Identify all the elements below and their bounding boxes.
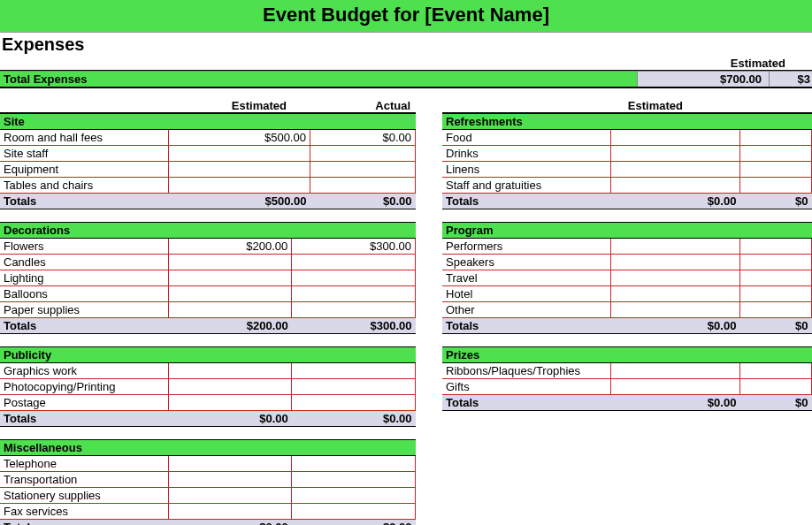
- row-actual[interactable]: [739, 239, 811, 255]
- totals-label: Totals: [0, 318, 168, 334]
- row-actual[interactable]: [292, 456, 416, 472]
- row-estimated[interactable]: [168, 363, 292, 379]
- row-label: Food: [442, 130, 610, 146]
- row-estimated[interactable]: [610, 270, 739, 286]
- row-estimated[interactable]: [168, 379, 292, 395]
- row-actual[interactable]: [292, 270, 416, 286]
- total-expenses-row: Total Expenses $700.00 $3: [0, 71, 812, 88]
- row-actual[interactable]: [292, 379, 416, 395]
- row-estimated[interactable]: [168, 488, 292, 504]
- row-estimated[interactable]: [610, 239, 739, 255]
- row-estimated[interactable]: $500.00: [168, 130, 310, 146]
- row-actual[interactable]: [310, 146, 415, 162]
- row-actual[interactable]: [292, 472, 416, 488]
- row-estimated[interactable]: [168, 456, 292, 472]
- row-estimated[interactable]: [168, 255, 292, 270]
- totals-actual: $0: [739, 194, 811, 209]
- row-actual[interactable]: [292, 286, 416, 302]
- row-label: Other: [442, 302, 610, 318]
- row-actual[interactable]: [739, 162, 811, 178]
- row-actual[interactable]: [739, 286, 811, 302]
- row-estimated[interactable]: [610, 255, 739, 270]
- category-name: Refreshments: [442, 114, 610, 130]
- totals-estimated: $0.00: [610, 395, 739, 411]
- row-label: Postage: [0, 395, 168, 411]
- table-row: Graphics work: [0, 363, 416, 379]
- row-actual[interactable]: [310, 178, 415, 194]
- row-estimated[interactable]: [610, 130, 739, 146]
- row-actual[interactable]: [292, 395, 416, 411]
- totals-actual: $0: [739, 395, 811, 411]
- totals-row: Totals$0.00$0: [442, 318, 812, 334]
- section-heading: Expenses: [0, 33, 812, 57]
- row-actual[interactable]: [739, 270, 811, 286]
- totals-label: Totals: [442, 194, 610, 209]
- totals-actual: $0.00: [292, 411, 416, 427]
- row-actual[interactable]: $0.00: [310, 130, 415, 146]
- row-actual[interactable]: [739, 130, 811, 146]
- row-estimated[interactable]: [168, 472, 292, 488]
- category-table: SiteRoom and hall fees$500.00$0.00Site s…: [0, 113, 416, 209]
- row-actual[interactable]: [739, 178, 811, 194]
- col-header-estimated: Estimated: [564, 99, 688, 112]
- row-estimated[interactable]: [610, 162, 739, 178]
- row-estimated[interactable]: [610, 302, 739, 318]
- row-estimated[interactable]: [610, 286, 739, 302]
- category-table: PublicityGraphics workPhotocopying/Print…: [0, 346, 416, 427]
- row-estimated[interactable]: [610, 178, 739, 194]
- table-row: Stationery supplies: [0, 488, 416, 504]
- row-estimated[interactable]: [168, 178, 310, 194]
- row-estimated[interactable]: [610, 363, 739, 379]
- row-label: Telephone: [0, 456, 168, 472]
- row-estimated[interactable]: [610, 146, 739, 162]
- row-actual[interactable]: [292, 488, 416, 504]
- table-row: Site staff: [0, 146, 416, 162]
- row-actual[interactable]: $300.00: [292, 239, 416, 255]
- category-name: Decorations: [0, 223, 168, 239]
- table-row: Tables and chairs: [0, 178, 416, 194]
- row-actual[interactable]: [292, 363, 416, 379]
- row-actual[interactable]: [739, 302, 811, 318]
- total-expenses-label: Total Expenses: [0, 72, 637, 87]
- table-row: Linens: [442, 162, 812, 178]
- row-estimated[interactable]: [168, 286, 292, 302]
- row-actual[interactable]: [739, 379, 811, 395]
- row-estimated[interactable]: [168, 395, 292, 411]
- table-row: Room and hall fees$500.00$0.00: [0, 130, 416, 146]
- row-actual[interactable]: [292, 255, 416, 270]
- totals-estimated: $0.00: [610, 194, 739, 209]
- row-actual[interactable]: [310, 162, 415, 178]
- row-label: Hotel: [442, 286, 610, 302]
- table-row: Photocopying/Printing: [0, 379, 416, 395]
- page-title: Event Budget for [Event Name]: [0, 0, 812, 33]
- row-label: Transportation: [0, 472, 168, 488]
- col-header-estimated: Estimated: [168, 99, 292, 112]
- row-actual[interactable]: [739, 363, 811, 379]
- table-row: Hotel: [442, 286, 812, 302]
- row-actual[interactable]: [739, 146, 811, 162]
- row-label: Performers: [442, 239, 610, 255]
- table-row: Balloons: [0, 286, 416, 302]
- row-estimated[interactable]: [610, 379, 739, 395]
- row-label: Flowers: [0, 239, 168, 255]
- totals-label: Totals: [0, 520, 168, 526]
- row-estimated[interactable]: [168, 302, 292, 318]
- category-table: DecorationsFlowers$200.00$300.00CandlesL…: [0, 222, 416, 334]
- row-estimated[interactable]: [168, 504, 292, 520]
- col-header-estimated: Estimated: [670, 57, 812, 70]
- totals-row: Totals$200.00$300.00: [0, 318, 416, 334]
- table-row: Speakers: [442, 255, 812, 270]
- category-table: ProgramPerformersSpeakersTravelHotelOthe…: [442, 222, 812, 334]
- row-estimated[interactable]: [168, 146, 310, 162]
- row-label: Paper supplies: [0, 302, 168, 318]
- totals-row: Totals$500.00$0.00: [0, 194, 416, 209]
- right-column: RefreshmentsFoodDrinksLinensStaff and gr…: [442, 113, 812, 525]
- row-estimated[interactable]: $200.00: [168, 239, 292, 255]
- totals-actual: $0.00: [310, 194, 415, 209]
- table-row: Transportation: [0, 472, 416, 488]
- row-estimated[interactable]: [168, 162, 310, 178]
- row-estimated[interactable]: [168, 270, 292, 286]
- row-actual[interactable]: [739, 255, 811, 270]
- row-actual[interactable]: [292, 302, 416, 318]
- row-actual[interactable]: [292, 504, 416, 520]
